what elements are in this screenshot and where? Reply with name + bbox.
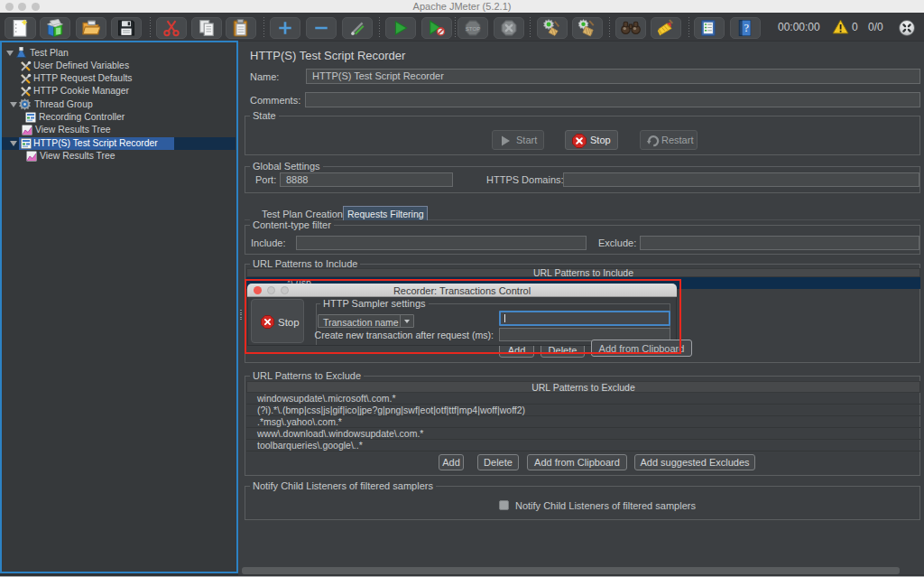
- svg-text:?: ?: [744, 22, 748, 34]
- svg-text:STOP: STOP: [466, 25, 481, 32]
